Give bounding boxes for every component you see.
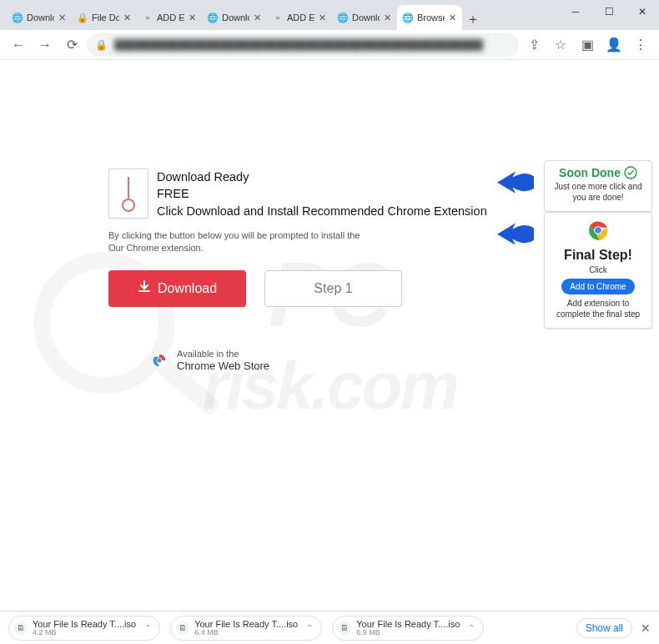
globe-icon: 🌐 (207, 12, 219, 23)
tab-title: File Dow (92, 13, 119, 23)
download-label: Download (158, 281, 217, 296)
step-label: Step 1 (314, 281, 352, 296)
blank-icon: ▫ (272, 12, 284, 23)
downloads-bar: 🗎 Your File Is Ready T....iso 4.2 MB ⌃ 🗎… (0, 611, 659, 644)
tab-title: Downlo (222, 13, 249, 23)
card-subtitle: Just one more click and you are done! (550, 181, 646, 203)
close-icon[interactable]: ✕ (641, 621, 651, 635)
file-icon (108, 169, 148, 219)
close-icon[interactable]: ✕ (57, 13, 67, 23)
share-icon[interactable]: ⇪ (522, 33, 546, 57)
tab-4[interactable]: 🌐 Downlo ✕ (202, 5, 267, 30)
close-icon[interactable]: ✕ (122, 13, 132, 23)
download-size: 4.2 MB (33, 629, 136, 637)
show-all-button[interactable]: Show all (576, 618, 632, 638)
tab-title: Browse (417, 13, 445, 23)
profile-icon[interactable]: 👤 (602, 33, 626, 57)
card-click-text: Click (550, 264, 646, 275)
card-subtitle: Add extension to complete the final step (550, 298, 646, 319)
heading-line: FREE (157, 185, 487, 202)
reload-button[interactable]: ⟳ (60, 33, 83, 57)
lock-icon: 🔒 (95, 39, 108, 51)
window-close-button[interactable]: ✕ (626, 0, 659, 23)
new-tab-button[interactable]: ＋ (462, 8, 484, 30)
final-step-card: Final Step! Click Add to Chrome Add exte… (544, 212, 652, 329)
file-icon: 🗎 (14, 621, 28, 635)
tab-2[interactable]: 🔒 File Dow ✕ (72, 5, 137, 30)
soon-done-card: Soon Done Just one more click and you ar… (544, 160, 652, 212)
tab-1[interactable]: 🌐 Downlo ✕ (7, 5, 72, 30)
svg-point-2 (157, 359, 161, 363)
arrow-icon (497, 222, 534, 247)
download-item[interactable]: 🗎 Your File Is Ready T....iso 6.9 MB ⌃ (332, 616, 484, 641)
add-to-chrome-button[interactable]: Add to Chrome (561, 279, 634, 294)
download-item[interactable]: 🗎 Your File Is Ready T....iso 6.4 MB ⌃ (170, 616, 322, 641)
extensions-icon[interactable]: ▣ (576, 33, 599, 57)
browser-toolbar: ← → ⟳ 🔒 ████████████████████████████████… (0, 30, 659, 60)
bookmark-icon[interactable]: ☆ (549, 33, 572, 57)
chrome-icon (587, 219, 609, 241)
lock-icon: 🔒 (77, 12, 88, 23)
check-circle-icon (624, 166, 637, 179)
globe-icon: 🌐 (12, 12, 23, 23)
download-icon (138, 280, 151, 297)
close-icon[interactable]: ✕ (447, 13, 457, 23)
heading-line: Click Download and Install Recommended C… (157, 203, 487, 219)
globe-icon: 🌐 (402, 12, 414, 23)
download-filename: Your File Is Ready T....iso (194, 619, 298, 629)
chevron-up-icon[interactable]: ⌃ (468, 623, 475, 632)
card-title: Soon Done (550, 166, 646, 179)
file-icon: 🗎 (338, 621, 351, 635)
blank-icon: ▫ (142, 12, 153, 23)
chevron-up-icon[interactable]: ⌃ (306, 623, 313, 632)
tab-title: ADD EX (287, 13, 314, 23)
forward-button[interactable]: → (33, 33, 57, 57)
url-text: ████████████████████████████████████████… (114, 39, 511, 51)
tab-title: ADD EX (157, 13, 184, 23)
download-item[interactable]: 🗎 Your File Is Ready T....iso 4.2 MB ⌃ (8, 616, 160, 641)
chrome-web-store-badge: Available in the Chrome Web Store (108, 349, 526, 373)
tab-7-active[interactable]: 🌐 Browse ✕ (397, 5, 462, 30)
download-size: 6.4 MB (194, 629, 298, 637)
close-icon[interactable]: ✕ (382, 13, 392, 23)
svg-point-6 (595, 227, 601, 234)
menu-icon[interactable]: ⋮ (629, 33, 652, 57)
disclaimer-text: By clicking the button below you will be… (108, 229, 526, 255)
close-icon[interactable]: ✕ (187, 13, 197, 23)
download-filename: Your File Is Ready T....iso (33, 619, 136, 629)
heading-block: Download Ready FREE Click Download and I… (157, 169, 487, 219)
close-icon[interactable]: ✕ (317, 13, 327, 23)
window-minimize-button[interactable]: ─ (559, 0, 592, 23)
chevron-up-icon[interactable]: ⌃ (144, 623, 151, 632)
window-maximize-button[interactable]: ☐ (592, 0, 626, 23)
chrome-icon (150, 351, 169, 370)
heading-line: Download Ready (157, 169, 487, 185)
step-button[interactable]: Step 1 (264, 270, 402, 307)
file-icon: 🗎 (176, 621, 189, 635)
address-bar[interactable]: 🔒 ██████████████████████████████████████… (87, 33, 519, 57)
tab-3[interactable]: ▫ ADD EX ✕ (137, 5, 202, 30)
download-filename: Your File Is Ready T....iso (356, 619, 460, 629)
arrow-icon (497, 170, 534, 195)
tab-6[interactable]: 🌐 Downlo ✕ (332, 5, 397, 30)
download-button[interactable]: Download (108, 270, 246, 307)
globe-icon: 🌐 (337, 12, 349, 23)
tab-strip: 🌐 Downlo ✕ 🔒 File Dow ✕ ▫ ADD EX ✕ 🌐 Dow… (0, 5, 559, 30)
tab-5[interactable]: ▫ ADD EX ✕ (267, 5, 332, 30)
card-title: Final Step! (550, 248, 646, 263)
tab-title: Downlo (352, 13, 380, 23)
download-size: 6.9 MB (356, 629, 460, 637)
close-icon[interactable]: ✕ (252, 13, 262, 23)
back-button[interactable]: ← (7, 33, 30, 57)
tab-title: Downlo (27, 13, 54, 23)
